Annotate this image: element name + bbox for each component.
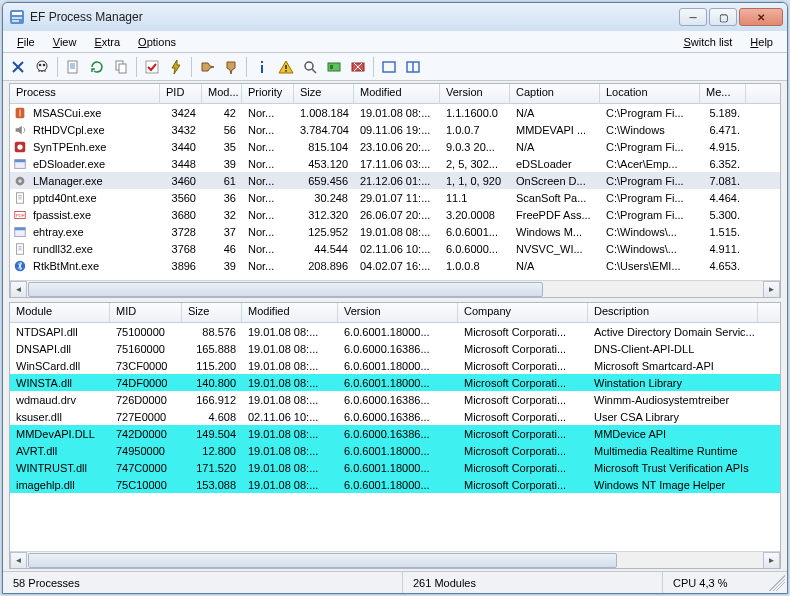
process-hscroll[interactable]: ◄ ►: [10, 280, 780, 297]
process-icon: [13, 106, 27, 120]
copy-icon[interactable]: [110, 56, 132, 78]
process-col-header[interactable]: Priority: [242, 84, 294, 103]
menu-view[interactable]: View: [45, 34, 85, 50]
menu-switch-list[interactable]: Switch list: [675, 34, 740, 50]
menubar: File View Extra Options Switch list Help: [3, 31, 787, 53]
layout-single-icon[interactable]: [378, 56, 400, 78]
process-name: RtHDVCpl.exe: [27, 124, 160, 136]
module-row[interactable]: WINTRUST.dll747C0000171.52019.01.08 08:.…: [10, 459, 780, 476]
module-row[interactable]: imagehlp.dll75C10000153.08819.01.08 08:.…: [10, 476, 780, 493]
svg-point-15: [305, 62, 313, 70]
resize-grip-icon[interactable]: [769, 575, 785, 591]
check-icon[interactable]: [141, 56, 163, 78]
scroll-right-icon[interactable]: ►: [763, 552, 780, 569]
module-name: MMDevAPI.DLL: [10, 428, 110, 440]
module-name: imagehlp.dll: [10, 479, 110, 491]
process-name: fpassist.exe: [27, 209, 160, 221]
layout-split-icon[interactable]: [402, 56, 424, 78]
process-row[interactable]: RtHDVCpl.exe343256Nor...3.784.70409.11.0…: [10, 121, 780, 138]
svg-rect-12: [261, 65, 263, 73]
menu-help[interactable]: Help: [742, 34, 781, 50]
scroll-left-icon[interactable]: ◄: [10, 552, 27, 569]
process-list[interactable]: MSASCui.exe342442Nor...1.008.18419.01.08…: [10, 104, 780, 280]
module-col-header[interactable]: Description: [588, 303, 758, 322]
process-name: RtkBtMnt.exe: [27, 260, 160, 272]
module-list[interactable]: NTDSAPI.dll7510000088.57619.01.08 08:...…: [10, 323, 780, 551]
process-col-header[interactable]: Modified: [354, 84, 440, 103]
module-green-icon[interactable]: [323, 56, 345, 78]
module-col-header[interactable]: Version: [338, 303, 458, 322]
menu-file[interactable]: File: [9, 34, 43, 50]
kill-icon[interactable]: [7, 56, 29, 78]
process-row[interactable]: LManager.exe346061Nor...659.45621.12.06 …: [10, 172, 780, 189]
module-col-header[interactable]: MID: [110, 303, 182, 322]
scroll-right-icon[interactable]: ►: [763, 281, 780, 298]
process-row[interactable]: PDFfpassist.exe368032Nor...312.32026.06.…: [10, 206, 780, 223]
module-row[interactable]: ksuser.dll727E00004.60802.11.06 10:...6.…: [10, 408, 780, 425]
module-name: WinSCard.dll: [10, 360, 110, 372]
module-row[interactable]: WinSCard.dll73CF0000115.20019.01.08 08:.…: [10, 357, 780, 374]
module-col-header[interactable]: Module: [10, 303, 110, 322]
titlebar[interactable]: EF Process Manager ─ ▢ ✕: [3, 3, 787, 31]
svg-text:PDF: PDF: [16, 212, 25, 217]
svg-point-23: [17, 144, 22, 149]
skull-icon[interactable]: [31, 56, 53, 78]
process-col-header[interactable]: PID: [160, 84, 202, 103]
status-modules: 261 Modules: [403, 572, 663, 593]
properties-icon[interactable]: [62, 56, 84, 78]
module-row[interactable]: DNSAPI.dll75160000165.88819.01.08 08:...…: [10, 340, 780, 357]
status-processes: 58 Processes: [3, 572, 403, 593]
svg-rect-28: [17, 192, 24, 203]
process-row[interactable]: rundll32.exe376846Nor...44.54402.11.06 1…: [10, 240, 780, 257]
module-row[interactable]: MMDevAPI.DLL742D0000149.50419.01.08 08:.…: [10, 425, 780, 442]
process-icon: [13, 259, 27, 273]
process-col-header[interactable]: Caption: [510, 84, 600, 103]
module-row[interactable]: NTDSAPI.dll7510000088.57619.01.08 08:...…: [10, 323, 780, 340]
menu-extra[interactable]: Extra: [86, 34, 128, 50]
process-icon: [13, 157, 27, 171]
process-icon: [13, 242, 27, 256]
module-row[interactable]: WINSTA.dll74DF0000140.80019.01.08 08:...…: [10, 374, 780, 391]
process-col-header[interactable]: Me...: [700, 84, 746, 103]
bolt-icon[interactable]: [165, 56, 187, 78]
module-col-header[interactable]: Company: [458, 303, 588, 322]
module-col-header[interactable]: Modified: [242, 303, 338, 322]
process-name: SynTPEnh.exe: [27, 141, 160, 153]
process-name: ehtray.exe: [27, 226, 160, 238]
pin-icon[interactable]: [220, 56, 242, 78]
process-row[interactable]: RtkBtMnt.exe389639Nor...208.89604.02.07 …: [10, 257, 780, 274]
process-row[interactable]: SynTPEnh.exe344035Nor...815.10423.10.06 …: [10, 138, 780, 155]
search-icon[interactable]: [299, 56, 321, 78]
svg-rect-1: [12, 12, 22, 15]
maximize-button[interactable]: ▢: [709, 8, 737, 26]
process-row[interactable]: pptd40nt.exe356036Nor...30.24829.01.07 1…: [10, 189, 780, 206]
menu-options[interactable]: Options: [130, 34, 184, 50]
refresh-icon[interactable]: [86, 56, 108, 78]
minimize-button[interactable]: ─: [679, 8, 707, 26]
pin-left-icon[interactable]: [196, 56, 218, 78]
process-header: ProcessPIDMod...PrioritySizeModifiedVers…: [10, 84, 780, 104]
scroll-left-icon[interactable]: ◄: [10, 281, 27, 298]
warning-icon[interactable]: [275, 56, 297, 78]
svg-rect-10: [146, 61, 158, 73]
info-icon[interactable]: [251, 56, 273, 78]
process-col-header[interactable]: Mod...: [202, 84, 242, 103]
process-col-header[interactable]: Version: [440, 84, 510, 103]
module-row[interactable]: wdmaud.drv726D0000166.91219.01.08 08:...…: [10, 391, 780, 408]
process-col-header[interactable]: Process: [10, 84, 160, 103]
module-row[interactable]: AVRT.dll7495000012.80019.01.08 08:...6.0…: [10, 442, 780, 459]
process-row[interactable]: eDSloader.exe344839Nor...453.12017.11.06…: [10, 155, 780, 172]
module-hscroll[interactable]: ◄ ►: [10, 551, 780, 568]
process-name: MSASCui.exe: [27, 107, 160, 119]
svg-rect-7: [68, 61, 77, 73]
process-icon: PDF: [13, 208, 27, 222]
module-col-header[interactable]: Size: [182, 303, 242, 322]
process-row[interactable]: ehtray.exe372837Nor...125.95219.01.08 08…: [10, 223, 780, 240]
process-col-header[interactable]: Size: [294, 84, 354, 103]
close-button[interactable]: ✕: [739, 8, 783, 26]
module-red-icon[interactable]: [347, 56, 369, 78]
process-panel: ProcessPIDMod...PrioritySizeModifiedVers…: [9, 83, 781, 298]
process-row[interactable]: MSASCui.exe342442Nor...1.008.18419.01.08…: [10, 104, 780, 121]
process-name: eDSloader.exe: [27, 158, 160, 170]
process-col-header[interactable]: Location: [600, 84, 700, 103]
